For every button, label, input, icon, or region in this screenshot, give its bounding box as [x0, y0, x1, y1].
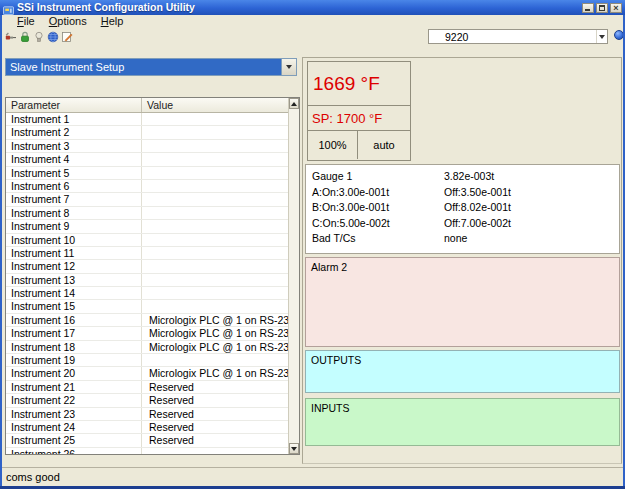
gauge-row: Bad T/Csnone: [306, 231, 619, 247]
column-header-value[interactable]: Value: [142, 98, 288, 112]
parameter-cell: Instrument 8: [6, 207, 142, 219]
table-row[interactable]: Instrument 26: [6, 448, 288, 454]
inputs-box: INPUTS: [305, 398, 620, 446]
view-selector-combobox[interactable]: Slave Instrument Setup: [5, 58, 297, 76]
table-row[interactable]: Instrument 24Reserved: [6, 421, 288, 434]
value-cell: [142, 274, 288, 286]
parameter-cell: Instrument 10: [6, 234, 142, 246]
table-row[interactable]: Instrument 19: [6, 354, 288, 367]
window-border-left: [0, 15, 2, 489]
menu-item-options[interactable]: Options: [42, 15, 94, 28]
parameter-cell: Instrument 11: [6, 247, 142, 259]
maximize-button[interactable]: [596, 3, 608, 13]
globe-icon[interactable]: [47, 29, 59, 41]
lock-icon[interactable]: [19, 29, 31, 41]
value-cell: [142, 126, 288, 138]
close-button[interactable]: ×: [610, 3, 622, 13]
value-cell: [142, 287, 288, 299]
value-cell: [142, 247, 288, 259]
value-cell: [142, 207, 288, 219]
value-cell: Micrologix PLC @ 1 on RS-232: [142, 327, 288, 339]
alarm-box: Alarm 2: [305, 257, 620, 347]
table-row[interactable]: Instrument 1: [6, 113, 288, 126]
parameter-cell: Instrument 15: [6, 300, 142, 312]
table-row[interactable]: Instrument 25Reserved: [6, 434, 288, 447]
parameter-cell: Instrument 1: [6, 113, 142, 125]
table-row[interactable]: Instrument 11: [6, 247, 288, 260]
value-cell: Reserved: [142, 434, 288, 446]
menu-bar: FileOptionsHelp: [2, 15, 623, 28]
value-cell: Micrologix PLC @ 1 on RS-232: [142, 314, 288, 326]
parameter-cell: Instrument 20: [6, 367, 142, 379]
edit-icon[interactable]: [61, 29, 73, 41]
chevron-down-icon[interactable]: [281, 59, 296, 75]
connect-icon[interactable]: [5, 29, 17, 41]
value-cell: [142, 193, 288, 205]
scrollbar-down-icon[interactable]: [289, 443, 299, 454]
table-row[interactable]: Instrument 6: [6, 180, 288, 193]
window-title: SSi Instrument Configuration Utility: [17, 0, 582, 15]
scrollbar-up-icon[interactable]: [289, 98, 299, 109]
value-cell: [142, 260, 288, 272]
app-icon: [3, 2, 14, 13]
status-bar: coms good: [2, 467, 623, 486]
value-cell: [142, 448, 288, 454]
minimize-button[interactable]: [582, 3, 594, 13]
gauge-row: Gauge 13.82e-003t: [306, 169, 619, 185]
table-row[interactable]: Instrument 17Micrologix PLC @ 1 on RS-23…: [6, 327, 288, 340]
parameter-cell: Instrument 21: [6, 381, 142, 393]
table-row[interactable]: Instrument 8: [6, 207, 288, 220]
value-cell: Micrologix PLC @ 1 on RS-232: [142, 341, 288, 353]
device-selector-value: 9220: [445, 31, 468, 43]
gauge-row: C:On:5.00e-002tOff:7.00e-002t: [306, 216, 619, 232]
table-row[interactable]: Instrument 10: [6, 234, 288, 247]
parameter-cell: Instrument 22: [6, 394, 142, 406]
table-row[interactable]: Instrument 20Micrologix PLC @ 1 on RS-23…: [6, 367, 288, 380]
parameter-cell: Instrument 13: [6, 274, 142, 286]
toolbar: 9220: [2, 28, 623, 45]
value-cell: [142, 220, 288, 232]
chevron-down-icon[interactable]: [596, 30, 607, 43]
table-row[interactable]: Instrument 9: [6, 220, 288, 233]
value-cell: [142, 234, 288, 246]
table-row[interactable]: Instrument 22Reserved: [6, 394, 288, 407]
table-row[interactable]: Instrument 5: [6, 167, 288, 180]
setpoint-display: SP: 1700 °F: [308, 106, 410, 131]
value-cell: Reserved: [142, 394, 288, 406]
value-cell: Micrologix PLC @ 1 on RS-232: [142, 367, 288, 379]
table-row[interactable]: Instrument 21Reserved: [6, 381, 288, 394]
table-row[interactable]: Instrument 3: [6, 140, 288, 153]
table-row[interactable]: Instrument 7: [6, 193, 288, 206]
output-percent-display: 100%: [308, 131, 358, 159]
device-selector-combobox[interactable]: 9220: [428, 29, 608, 44]
inputs-label: INPUTS: [311, 402, 350, 414]
menu-item-help[interactable]: Help: [94, 15, 131, 28]
gauge-panel: Gauge 13.82e-003tA:On:3.00e-001tOff:3.50…: [305, 164, 620, 254]
parameter-cell: Instrument 6: [6, 180, 142, 192]
parameter-cell: Instrument 2: [6, 126, 142, 138]
table-row[interactable]: Instrument 4: [6, 153, 288, 166]
temperature-panel: 1669 °F SP: 1700 °F 100% auto: [307, 61, 411, 161]
table-row[interactable]: Instrument 18Micrologix PLC @ 1 on RS-23…: [6, 341, 288, 354]
parameter-table: Parameter Value Instrument 1Instrument 2…: [5, 97, 300, 455]
table-row[interactable]: Instrument 12: [6, 260, 288, 273]
value-cell: [142, 354, 288, 366]
parameter-cell: Instrument 5: [6, 167, 142, 179]
gauge-row: B:On:3.00e-001tOff:8.02e-001t: [306, 200, 619, 216]
table-body: Instrument 1Instrument 2Instrument 3Inst…: [6, 113, 288, 454]
table-row[interactable]: Instrument 16Micrologix PLC @ 1 on RS-23…: [6, 314, 288, 327]
table-row[interactable]: Instrument 23Reserved: [6, 408, 288, 421]
table-row[interactable]: Instrument 2: [6, 126, 288, 139]
scrollbar-track[interactable]: [288, 98, 299, 454]
status-panel: 1669 °F SP: 1700 °F 100% auto Gauge 13.8…: [302, 57, 622, 464]
table-row[interactable]: Instrument 15: [6, 300, 288, 313]
column-header-parameter[interactable]: Parameter: [6, 98, 142, 112]
bulb-icon[interactable]: [33, 29, 45, 41]
view-selector-value: Slave Instrument Setup: [10, 61, 124, 74]
parameter-cell: Instrument 26: [6, 448, 142, 454]
table-row[interactable]: Instrument 13: [6, 274, 288, 287]
outputs-label: OUTPUTS: [311, 354, 361, 366]
parameter-cell: Instrument 23: [6, 408, 142, 420]
table-row[interactable]: Instrument 14: [6, 287, 288, 300]
menu-item-file[interactable]: File: [10, 15, 42, 28]
